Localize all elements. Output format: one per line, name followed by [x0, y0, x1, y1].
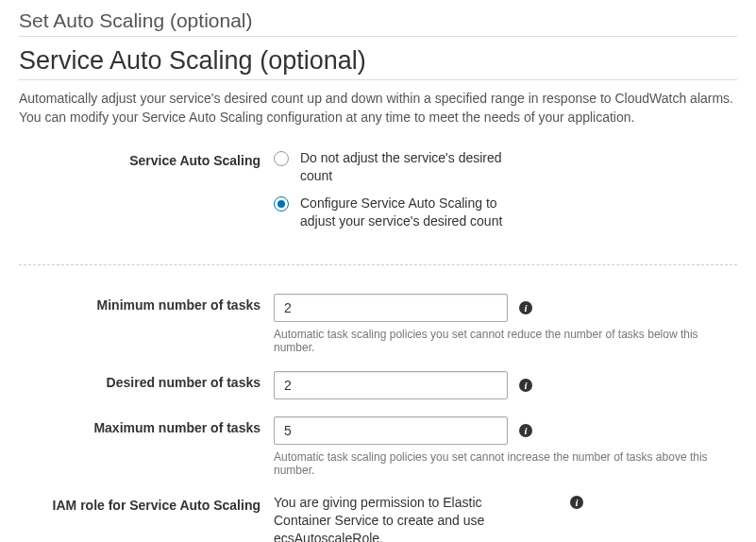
- dashed-divider: [19, 264, 737, 265]
- maximum-tasks-row: Maximum number of tasks i Automatic task…: [19, 416, 737, 477]
- radio-icon: [274, 151, 289, 166]
- desired-tasks-row: Desired number of tasks i: [19, 371, 737, 399]
- service-auto-scaling-label: Service Auto Scaling: [19, 149, 274, 168]
- info-icon[interactable]: i: [519, 424, 532, 437]
- maximum-tasks-input[interactable]: [274, 416, 508, 445]
- radio-icon: [274, 196, 289, 212]
- info-icon[interactable]: i: [519, 301, 532, 314]
- radio-configure-label: Configure Service Auto Scaling to adjust…: [300, 195, 527, 230]
- divider: [19, 79, 737, 80]
- maximum-tasks-label: Maximum number of tasks: [19, 416, 274, 435]
- iam-role-name: ecsAutoscaleRole: [274, 531, 379, 542]
- iam-role-text-after: .: [379, 531, 383, 542]
- set-auto-scaling-title: Set Auto Scaling (optional): [19, 9, 737, 37]
- iam-role-text: You are giving permission to Elastic Con…: [274, 494, 519, 542]
- iam-role-row: IAM role for Service Auto Scaling You ar…: [19, 494, 737, 542]
- radio-do-not-adjust-label: Do not adjust the service's desired coun…: [300, 149, 527, 185]
- iam-role-text-before: You are giving permission to Elastic Con…: [274, 495, 484, 528]
- maximum-tasks-help: Automatic task scaling policies you set …: [274, 450, 737, 477]
- info-icon[interactable]: i: [570, 496, 583, 509]
- minimum-tasks-row: Minimum number of tasks i Automatic task…: [19, 294, 737, 354]
- service-auto-scaling-row: Service Auto Scaling Do not adjust the s…: [19, 149, 737, 240]
- iam-role-label: IAM role for Service Auto Scaling: [19, 494, 274, 513]
- desired-tasks-input[interactable]: [274, 371, 508, 399]
- info-icon[interactable]: i: [519, 379, 532, 392]
- radio-configure[interactable]: Configure Service Auto Scaling to adjust…: [274, 195, 527, 230]
- desired-tasks-label: Desired number of tasks: [19, 371, 274, 390]
- radio-do-not-adjust[interactable]: Do not adjust the service's desired coun…: [274, 149, 527, 185]
- section-title: Service Auto Scaling (optional): [19, 46, 737, 76]
- minimum-tasks-label: Minimum number of tasks: [19, 294, 274, 313]
- minimum-tasks-input[interactable]: [274, 294, 508, 322]
- minimum-tasks-help: Automatic task scaling policies you set …: [274, 328, 737, 354]
- section-description: Automatically adjust your service's desi…: [19, 90, 737, 127]
